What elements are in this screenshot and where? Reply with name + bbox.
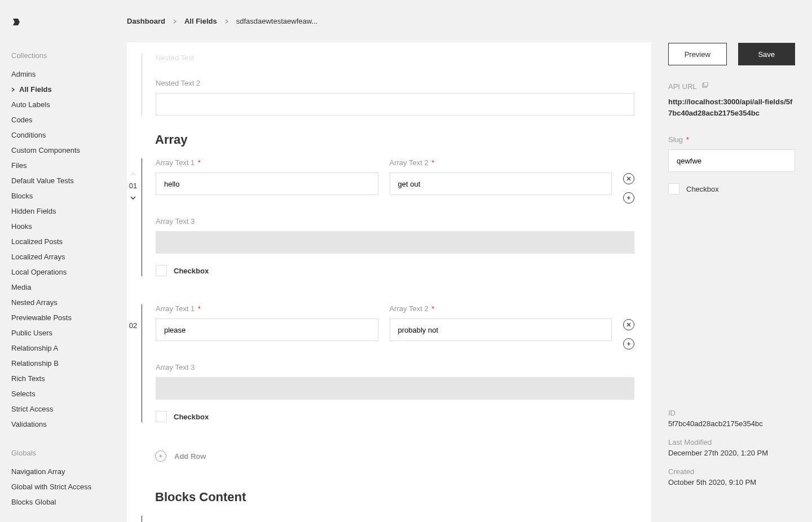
copy-icon[interactable]	[701, 82, 708, 91]
collections-title: Collections	[11, 51, 127, 60]
array-text-2-label: Array Text 2 *	[390, 158, 612, 167]
array-text-1-input[interactable]	[156, 172, 378, 195]
nested-text-2-label: Nested Text 2	[156, 79, 634, 87]
sidebar-item-relationship-b[interactable]: Relationship B	[11, 356, 127, 371]
logo[interactable]	[11, 17, 127, 51]
svg-rect-1	[704, 82, 708, 86]
top-bar: Dashboard All Fields sdfasdaewtestaewfea…	[127, 0, 812, 42]
sidebar-item-public-users[interactable]: Public Users	[11, 325, 127, 340]
chevron-down-icon[interactable]	[130, 194, 136, 201]
checkbox-input[interactable]	[156, 265, 167, 276]
array-text-2-label: Array Text 2 *	[390, 304, 612, 313]
content-panel: Nested Text Nested Text 2 Array	[127, 42, 651, 522]
created-value: October 5th 2020, 9:10 PM	[668, 478, 795, 486]
sidebar-item-custom-components[interactable]: Custom Components	[11, 143, 127, 158]
plus-icon	[155, 450, 166, 462]
sidebar-item-validations[interactable]: Validations	[11, 417, 127, 432]
sidebar-item-localized-arrays[interactable]: Localized Arrays	[11, 249, 127, 264]
remove-row-button[interactable]	[623, 319, 634, 330]
array-text-2-input[interactable]	[390, 172, 612, 195]
sidebar-item-navigation-array[interactable]: Navigation Array	[11, 464, 127, 479]
checkbox-input[interactable]	[156, 411, 167, 422]
sidebar-item-rich-texts[interactable]: Rich Texts	[11, 371, 127, 386]
last-modified-value: December 27th 2020, 1:20 PM	[668, 449, 795, 457]
sidebar-item-all-fields[interactable]: All Fields	[11, 82, 127, 97]
array-text-1-label: Array Text 1 *	[156, 304, 378, 313]
breadcrumb-dashboard[interactable]: Dashboard	[127, 17, 165, 25]
array-index-controls: 01	[127, 158, 142, 276]
checkbox-label: Checkbox	[686, 185, 719, 193]
id-value: 5f7bc40ad28acb2175e354bc	[668, 419, 795, 428]
add-row-button[interactable]	[623, 338, 634, 350]
sidebar-item-codes[interactable]: Codes	[11, 112, 127, 127]
array-text-2-input[interactable]	[390, 318, 612, 341]
sidebar-item-default-value-tests[interactable]: Default Value Tests	[11, 173, 127, 188]
sidebar-item-admins[interactable]: Admins	[11, 67, 127, 82]
preview-button[interactable]: Preview	[668, 43, 727, 65]
sidebar-item-previewable-posts[interactable]: Previewable Posts	[11, 310, 127, 325]
sidebar-item-blocks-global[interactable]: Blocks Global	[11, 494, 127, 510]
array-index-controls: 02	[127, 304, 142, 422]
sidebar-item-selects[interactable]: Selects	[11, 386, 127, 401]
array-row: 02 Array Text 1 * Array Text 2 *	[155, 304, 634, 422]
checkbox-label: Checkbox	[174, 267, 209, 275]
sidebar-item-strict-access[interactable]: Strict Access	[11, 401, 127, 417]
sidebar-item-files[interactable]: Files	[11, 158, 127, 173]
remove-row-button[interactable]	[623, 173, 634, 184]
array-text-1-label: Array Text 1 *	[156, 158, 378, 167]
add-row-label: Add Row	[174, 452, 206, 461]
array-text-3-input[interactable]	[156, 231, 634, 254]
array-index-number: 02	[129, 321, 137, 330]
api-url-label: API URL	[668, 82, 697, 91]
id-label: ID	[668, 409, 795, 417]
checkbox-label: Checkbox	[174, 413, 209, 421]
sidebar-item-nested-arrays[interactable]: Nested Arrays	[11, 295, 127, 310]
created-label: Created	[668, 467, 795, 476]
sidebar-item-auto-labels[interactable]: Auto Labels	[11, 97, 127, 112]
add-row-button[interactable]: Add Row	[155, 450, 634, 462]
breadcrumb-all-fields[interactable]: All Fields	[184, 17, 217, 25]
api-url-value: http://localhost:3000/api/all-fields/5f7…	[668, 96, 795, 118]
sidebar-item-conditions[interactable]: Conditions	[11, 127, 127, 143]
array-text-1-input[interactable]	[156, 318, 378, 341]
chevron-right-icon	[173, 18, 176, 25]
array-index-number: 01	[129, 182, 137, 190]
array-heading: Array	[155, 132, 634, 147]
breadcrumbs: Dashboard All Fields sdfasdaewtestaewfea…	[127, 17, 317, 25]
slug-input[interactable]	[668, 149, 795, 172]
sidebar-item-relationship-a[interactable]: Relationship A	[11, 340, 127, 356]
sidebar-item-media[interactable]: Media	[11, 280, 127, 295]
last-modified-label: Last Modified	[668, 438, 795, 446]
array-text-3-input[interactable]	[156, 377, 634, 400]
sidebar: Collections Admins All Fields Auto Label…	[0, 0, 127, 522]
chevron-right-icon	[11, 85, 16, 94]
chevron-right-icon	[225, 18, 228, 25]
globals-title: Globals	[11, 449, 127, 457]
sidebar-item-blocks[interactable]: Blocks	[11, 188, 127, 204]
sidebar-item-global-strict-access[interactable]: Global with Strict Access	[11, 479, 127, 494]
chevron-up-icon[interactable]	[130, 171, 136, 177]
sidebar-item-localized-posts[interactable]: Localized Posts	[11, 234, 127, 249]
save-button[interactable]: Save	[738, 43, 796, 65]
slug-label: Slug *	[668, 135, 795, 144]
right-panel: Create New Duplicate Delete Preview Save…	[651, 42, 812, 522]
array-text-3-label: Array Text 3	[156, 363, 634, 371]
array-row: 01 Array Text 1 *	[155, 158, 634, 276]
add-row-button[interactable]	[623, 192, 634, 204]
sidebar-item-hooks[interactable]: Hooks	[11, 219, 127, 234]
sidebar-item-hidden-fields[interactable]: Hidden Fields	[11, 204, 127, 219]
array-text-3-label: Array Text 3	[156, 217, 634, 225]
breadcrumb-current: sdfasdaewtestaewfeaw...	[236, 17, 318, 25]
sidebar-item-local-operations[interactable]: Local Operations	[11, 264, 127, 280]
blocks-content-heading: Blocks Content	[155, 490, 634, 505]
nested-text-2-input[interactable]	[156, 93, 634, 116]
checkbox-input[interactable]	[668, 183, 679, 194]
nested-text-label: Nested Text	[156, 54, 634, 62]
